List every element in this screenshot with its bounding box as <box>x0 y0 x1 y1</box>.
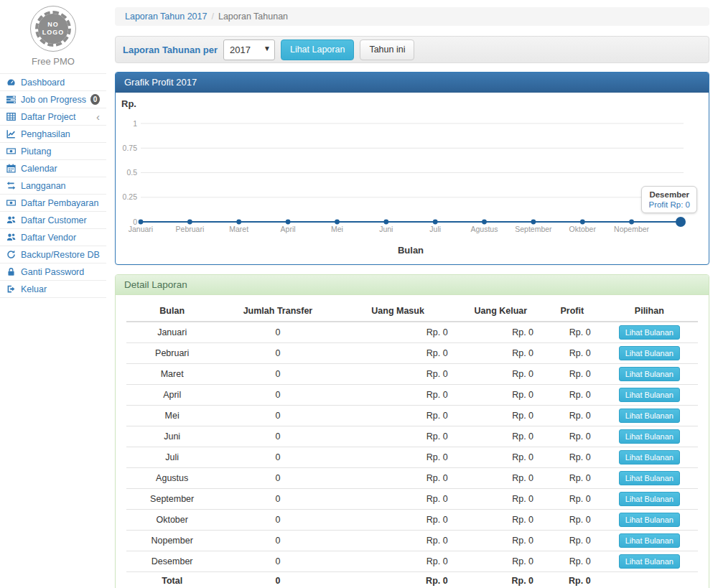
cell-profit: Rp. 0 <box>544 447 601 468</box>
year-select[interactable]: 2017 <box>223 39 275 60</box>
svg-text:Agustus: Agustus <box>471 225 498 233</box>
table-row: Mei0Rp. 0Rp. 0Rp. 0Lihat Bulanan <box>126 406 698 426</box>
sidebar-item-daftar-customer[interactable]: Daftar Customer <box>0 212 106 229</box>
svg-text:Juli: Juli <box>429 225 441 233</box>
cell-jumlah-transfer: 0 <box>218 447 337 468</box>
sidebar-menu: DashboardJob on Progress0Daftar Project‹… <box>0 73 106 298</box>
cell-jumlah-transfer: 0 <box>218 551 337 572</box>
cell-uang-masuk: Rp. 0 <box>338 531 458 551</box>
logo-text-line2: LOGO <box>42 29 65 37</box>
cell-profit: Rp. 0 <box>544 364 601 385</box>
sidebar-item-ganti-password[interactable]: Ganti Password <box>0 263 106 281</box>
svg-text:September: September <box>515 225 552 233</box>
lihat-bulanan-button[interactable]: Lihat Bulanan <box>619 492 680 506</box>
breadcrumb-link[interactable]: Laporan Tahun 2017 <box>125 11 207 22</box>
svg-text:0.25: 0.25 <box>123 192 138 201</box>
column-header-uang-masuk: Uang Masuk <box>338 301 458 322</box>
sidebar-item-penghasilan[interactable]: Penghasilan <box>0 126 106 143</box>
cell-profit: Rp. 0 <box>544 385 601 406</box>
svg-text:0.5: 0.5 <box>126 168 137 177</box>
breadcrumb: Laporan Tahun 2017/Laporan Tahunan <box>115 7 709 26</box>
logo-link[interactable]: NO LOGO Free PMO <box>0 0 106 67</box>
cell-uang-masuk: Rp. 0 <box>338 426 458 447</box>
filter-bar: Laporan Tahunan per 2017 ▼ Lihat Laporan… <box>115 36 709 63</box>
chevron-left-icon: ‹ <box>96 113 100 121</box>
table-row: Nopember0Rp. 0Rp. 0Rp. 0Lihat Bulanan <box>126 531 698 551</box>
sidebar-item-label: Langganan <box>21 181 66 191</box>
cell-bulan: Oktober <box>126 510 218 531</box>
lihat-bulanan-button[interactable]: Lihat Bulanan <box>619 471 680 485</box>
sidebar-item-calendar[interactable]: Calendar <box>0 160 106 177</box>
lihat-bulanan-button[interactable]: Lihat Bulanan <box>619 367 680 381</box>
cell-jumlah-transfer: 0 <box>218 343 337 364</box>
detail-table: BulanJumlah TransferUang MasukUang Kelua… <box>126 301 698 588</box>
tooltip-value: Profit Rp: 0 <box>648 200 690 209</box>
lihat-bulanan-button[interactable]: Lihat Bulanan <box>619 346 680 360</box>
cell-uang-masuk: Rp. 0 <box>338 489 458 510</box>
lihat-bulanan-button[interactable]: Lihat Bulanan <box>619 388 680 402</box>
cell-uang-masuk: Rp. 0 <box>338 572 458 588</box>
cell-uang-masuk: Rp. 0 <box>338 385 458 406</box>
money-icon <box>6 198 17 208</box>
cell-bulan: Total <box>126 572 218 588</box>
tooltip-title: Desember <box>648 190 690 199</box>
cell-uang-masuk: Rp. 0 <box>338 406 458 426</box>
sidebar-item-daftar-project[interactable]: Daftar Project‹ <box>0 108 106 126</box>
cell-uang-keluar: Rp. 0 <box>458 551 544 572</box>
cell-pilihan: Lihat Bulanan <box>601 531 698 551</box>
lock-icon <box>6 267 17 277</box>
cell-uang-keluar: Rp. 0 <box>458 406 544 426</box>
tahun-ini-button[interactable]: Tahun ini <box>360 39 414 60</box>
cell-uang-masuk: Rp. 0 <box>338 447 458 468</box>
table-row: Juni0Rp. 0Rp. 0Rp. 0Lihat Bulanan <box>126 426 698 447</box>
cell-profit: Rp. 0 <box>544 551 601 572</box>
detail-laporan-panel: Detail Laporan BulanJumlah TransferUang … <box>115 274 709 588</box>
lihat-bulanan-button[interactable]: Lihat Bulanan <box>619 325 680 340</box>
filter-label: Laporan Tahunan per <box>123 45 218 55</box>
users-icon <box>6 215 17 225</box>
sidebar-item-backup-restore-db[interactable]: Backup/Restore DB <box>0 246 106 263</box>
lihat-laporan-button[interactable]: Lihat Laporan <box>281 39 354 60</box>
logo-text-line1: NO <box>47 21 59 29</box>
table-row: Pebruari0Rp. 0Rp. 0Rp. 0Lihat Bulanan <box>126 343 698 364</box>
column-header-profit: Profit <box>544 301 601 322</box>
cell-uang-keluar: Rp. 0 <box>458 343 544 364</box>
breadcrumb-separator: / <box>211 11 213 22</box>
lihat-bulanan-button[interactable]: Lihat Bulanan <box>619 429 680 444</box>
cell-pilihan: Lihat Bulanan <box>601 406 698 426</box>
lihat-bulanan-button[interactable]: Lihat Bulanan <box>619 513 680 527</box>
cell-bulan: Pebruari <box>126 343 218 364</box>
table-row: Juli0Rp. 0Rp. 0Rp. 0Lihat Bulanan <box>126 447 698 468</box>
lihat-bulanan-button[interactable]: Lihat Bulanan <box>619 409 680 423</box>
svg-text:1: 1 <box>133 119 137 128</box>
sidebar-item-daftar-pembayaran[interactable]: Daftar Pembayaran <box>0 195 106 212</box>
exchange-icon <box>6 181 17 191</box>
cell-profit: Rp. 0 <box>544 531 601 551</box>
sidebar-item-daftar-vendor[interactable]: Daftar Vendor <box>0 229 106 246</box>
sidebar-item-langganan[interactable]: Langganan <box>0 177 106 195</box>
line-chart-icon <box>6 129 17 139</box>
sidebar-item-label: Keluar <box>21 284 47 294</box>
lihat-bulanan-button[interactable]: Lihat Bulanan <box>619 554 680 569</box>
cell-jumlah-transfer: 0 <box>218 510 337 531</box>
cell-uang-keluar: Rp. 0 <box>458 531 544 551</box>
cell-uang-masuk: Rp. 0 <box>338 343 458 364</box>
sidebar-item-keluar[interactable]: Keluar <box>0 281 106 298</box>
cell-uang-keluar: Rp. 0 <box>458 572 544 588</box>
chart-tooltip: Desember Profit Rp: 0 <box>641 186 697 213</box>
table-row: April0Rp. 0Rp. 0Rp. 0Lihat Bulanan <box>126 385 698 406</box>
cell-uang-keluar: Rp. 0 <box>458 364 544 385</box>
brand-name: Free PMO <box>0 56 106 67</box>
cell-bulan: Nopember <box>126 531 218 551</box>
cell-uang-keluar: Rp. 0 <box>458 510 544 531</box>
lihat-bulanan-button[interactable]: Lihat Bulanan <box>619 450 680 465</box>
sidebar-item-dashboard[interactable]: Dashboard <box>0 74 106 91</box>
sidebar-item-job-on-progress[interactable]: Job on Progress0 <box>0 91 106 108</box>
svg-text:April: April <box>281 225 296 233</box>
table-row: Agustus0Rp. 0Rp. 0Rp. 0Lihat Bulanan <box>126 468 698 489</box>
lihat-bulanan-button[interactable]: Lihat Bulanan <box>619 533 680 548</box>
no-logo-icon: NO LOGO <box>35 11 71 47</box>
sidebar-item-label: Ganti Password <box>21 267 84 277</box>
table-row: Desember0Rp. 0Rp. 0Rp. 0Lihat Bulanan <box>126 551 698 572</box>
sidebar-item-piutang[interactable]: Piutang <box>0 143 106 160</box>
